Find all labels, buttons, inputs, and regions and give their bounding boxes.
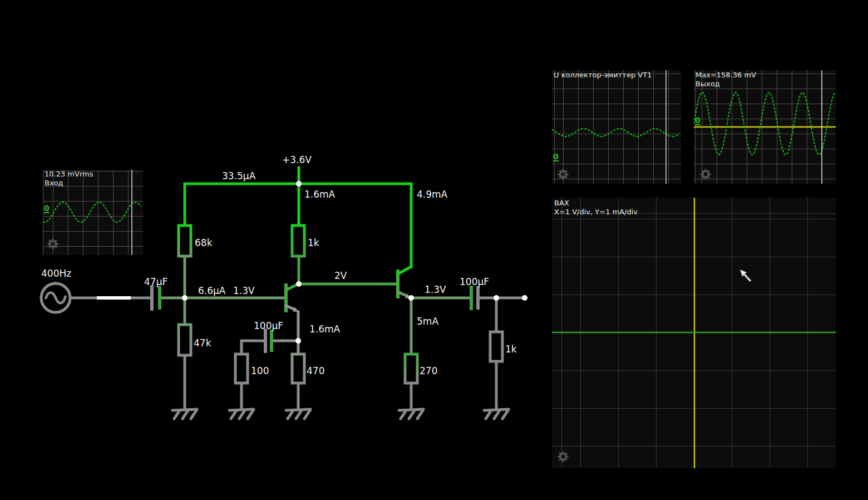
panel-vah-scale: X=1 V/div, Y=1 mA/div (554, 208, 638, 217)
transistor-vt1[interactable] (286, 284, 299, 312)
resistor-re1b-470[interactable] (292, 354, 304, 383)
gear-icon[interactable] (558, 169, 568, 179)
resistor-re1a-100[interactable] (235, 354, 248, 383)
junction-dots (182, 181, 527, 344)
label-v-b1: 1.3V (233, 285, 255, 296)
gear-icon[interactable] (47, 238, 58, 249)
label-i-divider: 33.5µA (222, 170, 256, 182)
sine-icon (46, 292, 66, 303)
capacitor-cin[interactable] (152, 285, 160, 311)
label-v-c1: 2V (334, 270, 347, 281)
output-waveform (694, 92, 835, 154)
mouse-cursor-icon (740, 269, 751, 281)
capacitor-ce[interactable] (265, 329, 272, 353)
zero-level-link[interactable]: 0 (695, 116, 701, 125)
label-rl: 1k (505, 344, 517, 355)
output-terminal-dot (522, 295, 527, 301)
label-supply: +3.6V (282, 154, 312, 165)
label-re2: 270 (420, 365, 437, 376)
scope-vt1[interactable]: U коллектор-эмиттер VT1 0 (552, 70, 681, 184)
ac-source-400hz[interactable] (41, 283, 70, 312)
label-r2: 47k (194, 337, 211, 349)
resistor-re2-270[interactable] (405, 354, 417, 383)
resistor-rl-1k[interactable] (490, 332, 502, 361)
wire-ce-to-re1a[interactable] (241, 341, 265, 354)
gear-icon[interactable] (700, 169, 711, 179)
resistor-rc1-1k[interactable] (292, 226, 304, 256)
capacitor-cout[interactable] (471, 286, 478, 310)
label-rc1: 1k (308, 237, 319, 248)
label-re1a: 100 (251, 365, 269, 376)
label-cout: 100µF (460, 276, 489, 287)
label-i-c2: 4.9mA (417, 189, 448, 200)
input-waveform (43, 202, 141, 222)
panel-vah-title: ВАХ (554, 199, 569, 208)
label-v-e2: 1.3V (425, 284, 446, 295)
label-i-e2: 5mA (417, 316, 438, 327)
label-i-c1: 1.6mA (304, 189, 336, 200)
gear-icon[interactable] (558, 451, 568, 462)
zero-level-link[interactable]: 0 (553, 153, 559, 161)
scope-output-name: Выход (696, 80, 720, 89)
scope-vt1-title: U коллектор-эмиттер VT1 (554, 71, 652, 80)
scope-input[interactable]: 10.23 mVrms Вход 0 (43, 170, 143, 255)
resistor-r1-68k[interactable] (179, 226, 191, 256)
app-canvas[interactable]: 400Hz 47µF 33.5µA +3.6V 1.6mA 4.9mA 68k … (0, 0, 868, 500)
resistor-r2-47k[interactable] (179, 325, 191, 355)
ground-symbol[interactable] (286, 409, 310, 419)
panel-vah[interactable]: ВАХ X=1 V/div, Y=1 mA/div (552, 198, 836, 468)
label-i-b1: 6.6µA (198, 285, 226, 296)
label-frequency: 400Hz (41, 268, 71, 279)
label-cin: 47µF (144, 276, 167, 287)
scope-input-name: Вход (45, 179, 63, 188)
label-re1b: 470 (307, 365, 324, 376)
scope-output-max: Max=158.36 mV (696, 71, 756, 80)
ground-symbol[interactable] (229, 409, 254, 419)
scope-output[interactable]: Max=158.36 mV Выход 0 (694, 70, 836, 184)
scope-input-value: 10.23 mVrms (45, 170, 93, 179)
label-r1: 68k (195, 237, 213, 248)
ground-symbol[interactable] (484, 409, 509, 419)
transistor-vt2[interactable] (398, 267, 411, 298)
vt1-waveform (552, 129, 680, 136)
ground-symbol[interactable] (172, 409, 197, 419)
ground-symbol[interactable] (399, 409, 423, 419)
label-ce: 100µF (254, 320, 283, 331)
zero-level-link[interactable]: 0 (44, 204, 50, 213)
label-i-e1: 1.6mA (309, 323, 341, 335)
